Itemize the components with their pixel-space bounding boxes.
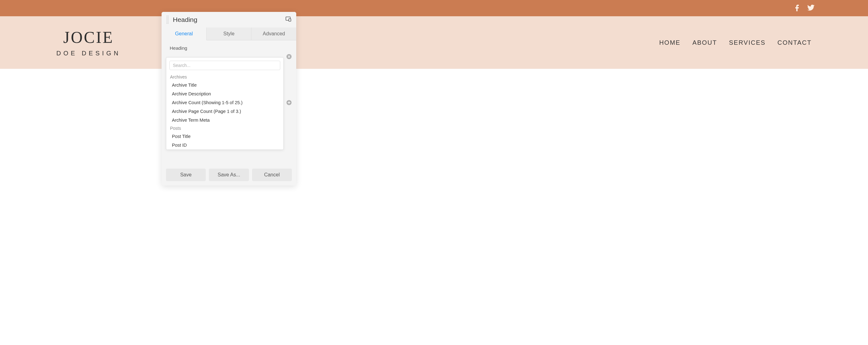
nav-services[interactable]: SERVICES xyxy=(729,39,766,46)
modal-tabs: General Style Advanced xyxy=(162,28,296,40)
disconnect-icon[interactable] xyxy=(286,54,292,61)
dropdown-group-archives: Archives xyxy=(166,73,283,81)
top-social-bar xyxy=(0,0,868,16)
tab-style[interactable]: Style xyxy=(207,28,252,40)
modal-body: Heading Archives Archive Title Archive D… xyxy=(162,40,296,166)
twitter-icon[interactable] xyxy=(807,4,815,12)
dropdown-item-archive-term-meta[interactable]: Archive Term Meta xyxy=(166,116,283,125)
logo[interactable]: JOCIE DOE DESIGN xyxy=(56,28,121,57)
nav-about[interactable]: ABOUT xyxy=(692,39,717,46)
heading-settings-modal: Heading General Style Advanced Heading xyxy=(162,12,296,185)
modal-footer: Save Save As... Cancel xyxy=(162,166,296,185)
dropdown-item-post-title[interactable]: Post Title xyxy=(166,132,283,141)
dropdown-item-archive-description[interactable]: Archive Description xyxy=(166,90,283,98)
cancel-button[interactable]: Cancel xyxy=(252,169,292,181)
dropdown-item-archive-title[interactable]: Archive Title xyxy=(166,81,283,90)
dropdown-group-posts: Posts xyxy=(166,125,283,132)
main-nav: HOME ABOUT SERVICES CONTACT xyxy=(659,39,812,46)
save-button[interactable]: Save xyxy=(166,169,206,181)
field-connection-dropdown: Archives Archive Title Archive Descripti… xyxy=(166,57,284,150)
dropdown-item-archive-count[interactable]: Archive Count (Showing 1-5 of 25.) xyxy=(166,98,283,107)
modal-title: Heading xyxy=(173,16,281,24)
search-input[interactable] xyxy=(169,61,280,70)
dropdown-item-archive-page-count[interactable]: Archive Page Count (Page 1 of 3.) xyxy=(166,107,283,116)
facebook-icon[interactable] xyxy=(794,4,801,12)
add-connection-icon[interactable] xyxy=(286,101,292,106)
dropdown-item-post-id[interactable]: Post ID xyxy=(166,141,283,149)
modal-header[interactable]: Heading xyxy=(162,12,296,28)
tab-general[interactable]: General xyxy=(162,28,207,40)
save-as-button[interactable]: Save As... xyxy=(209,169,249,181)
site-header: JOCIE DOE DESIGN HOME ABOUT SERVICES CON… xyxy=(0,16,868,69)
svg-rect-1 xyxy=(289,19,291,21)
nav-home[interactable]: HOME xyxy=(659,39,680,46)
logo-title: JOCIE xyxy=(63,28,114,46)
logo-subtitle: DOE DESIGN xyxy=(56,50,121,57)
heading-field-label: Heading xyxy=(166,45,292,51)
tab-advanced[interactable]: Advanced xyxy=(251,28,296,40)
drag-handle-icon[interactable] xyxy=(166,15,168,24)
nav-contact[interactable]: CONTACT xyxy=(777,39,812,46)
responsive-toggle-icon[interactable] xyxy=(286,16,291,23)
